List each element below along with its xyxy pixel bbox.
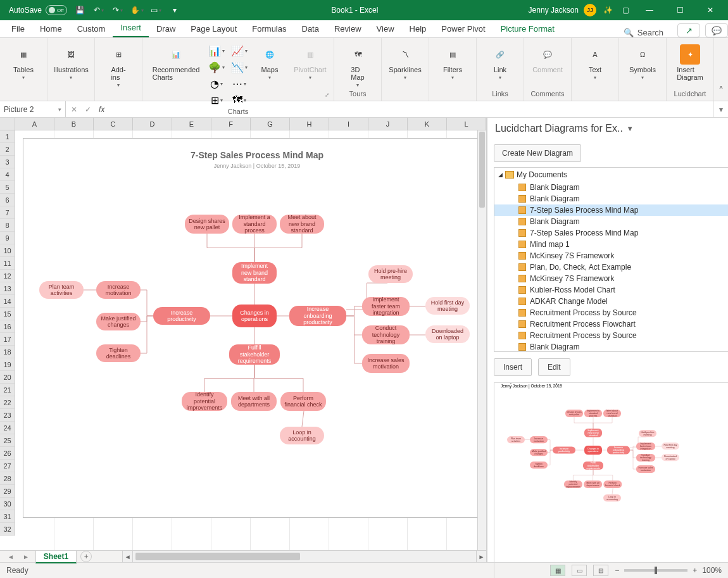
minimize-button[interactable]: —: [637, 1, 662, 19]
row-header[interactable]: 26: [0, 447, 15, 460]
tree-item[interactable]: ADKAR Change Model: [494, 296, 728, 307]
qat-customize-icon[interactable]: ▾: [168, 4, 181, 16]
comments-pane-button[interactable]: 💬: [705, 23, 728, 37]
text-button[interactable]: AText▾: [577, 42, 613, 80]
row-header[interactable]: 31: [0, 510, 15, 523]
3d-map-button[interactable]: 🗺3D Map▾: [339, 42, 376, 88]
line-chart-icon[interactable]: 📈: [231, 44, 248, 57]
expand-formula-bar[interactable]: ▾: [713, 101, 728, 117]
row-header[interactable]: 20: [0, 371, 15, 384]
row-header[interactable]: 13: [0, 282, 15, 295]
maximize-button[interactable]: ☐: [667, 1, 693, 19]
map-chart-icon[interactable]: 🗺: [231, 94, 248, 106]
row-header[interactable]: 29: [0, 485, 15, 498]
row-header[interactable]: 28: [0, 472, 15, 485]
row-header[interactable]: 5: [0, 181, 15, 194]
addins-button[interactable]: ⊞Add- ins▾: [100, 42, 137, 88]
row-header[interactable]: 9: [0, 232, 15, 244]
tab-view[interactable]: View: [369, 21, 402, 37]
tree-item[interactable]: Kubler-Ross Model Chart: [494, 284, 728, 296]
cancel-formula-icon[interactable]: ✕: [71, 105, 77, 114]
column-header[interactable]: L: [447, 118, 486, 130]
row-header[interactable]: 1: [0, 130, 15, 143]
tree-item[interactable]: Blank Diagram: [494, 341, 728, 352]
column-header[interactable]: A: [15, 118, 54, 130]
tree-item[interactable]: Blank Diagram: [494, 216, 728, 227]
row-header[interactable]: 22: [0, 396, 15, 409]
row-header[interactable]: 32: [0, 523, 15, 536]
tab-power-pivot[interactable]: Power Pivot: [434, 21, 493, 37]
tree-item[interactable]: Recruitment Process Flowchart: [494, 318, 728, 330]
symbols-button[interactable]: ΩSymbols▾: [624, 42, 661, 80]
tab-review[interactable]: Review: [327, 21, 369, 37]
filters-button[interactable]: ▤Filters▾: [434, 42, 471, 80]
row-header[interactable]: 25: [0, 434, 15, 447]
user-avatar[interactable]: JJ: [584, 4, 596, 16]
row-header[interactable]: 7: [0, 206, 15, 219]
cell-grid[interactable]: 7-Step Sales Process Mind MapJenny Jacks…: [15, 130, 477, 550]
tab-custom[interactable]: Custom: [70, 21, 113, 37]
autosave-control[interactable]: AutoSave Off: [9, 5, 67, 15]
scatter-chart-icon[interactable]: ⋯: [231, 77, 248, 90]
row-header[interactable]: 12: [0, 270, 15, 282]
row-header[interactable]: 8: [0, 219, 15, 232]
coming-soon-icon[interactable]: ✨: [601, 4, 614, 16]
undo-icon[interactable]: ↶: [92, 4, 105, 16]
tree-item[interactable]: 7-Step Sales Process Mind Map: [494, 204, 728, 216]
tab-file[interactable]: File: [4, 21, 32, 37]
qat-more-icon[interactable]: ▭: [149, 4, 162, 16]
enter-formula-icon[interactable]: ✓: [85, 105, 91, 114]
row-header[interactable]: 23: [0, 409, 15, 422]
tab-page-layout[interactable]: Page Layout: [183, 21, 244, 37]
inserted-diagram[interactable]: 7-Step Sales Process Mind MapJenny Jacks…: [23, 138, 486, 518]
panel-insert-button[interactable]: Insert: [494, 358, 532, 376]
tab-help[interactable]: Help: [402, 21, 434, 37]
column-header[interactable]: G: [251, 118, 290, 130]
tree-item[interactable]: Recruitment Process by Source: [494, 330, 728, 341]
column-header[interactable]: E: [172, 118, 211, 130]
collapse-ribbon-button[interactable]: ˄: [714, 38, 728, 101]
hierarchy-chart-icon[interactable]: 🌳: [208, 61, 225, 73]
column-header[interactable]: C: [94, 118, 133, 130]
tab-insert[interactable]: Insert: [113, 20, 149, 37]
tree-item[interactable]: 7-Step Sales Process Mind Map: [494, 227, 728, 239]
row-header[interactable]: 15: [0, 308, 15, 320]
tree-item[interactable]: McKinsey 7S Framework: [494, 250, 728, 261]
tab-picture-format[interactable]: Picture Format: [493, 21, 562, 37]
tree-item[interactable]: Plan, Do, Check, Act Example: [494, 261, 728, 273]
row-header[interactable]: 24: [0, 422, 15, 434]
link-button[interactable]: 🔗Link▾: [482, 42, 518, 80]
create-new-diagram-button[interactable]: Create New Diagram: [494, 144, 581, 162]
row-header[interactable]: 18: [0, 346, 15, 358]
row-header[interactable]: 6: [0, 194, 15, 206]
statistic-chart-icon[interactable]: 📉: [231, 61, 248, 73]
charts-dialog-launcher[interactable]: ⤢: [325, 92, 330, 98]
row-header[interactable]: 3: [0, 156, 15, 168]
close-button[interactable]: ✕: [698, 1, 723, 19]
row-header[interactable]: 30: [0, 498, 15, 510]
fx-icon[interactable]: fx: [99, 105, 104, 114]
row-header[interactable]: 27: [0, 460, 15, 472]
panel-edit-button[interactable]: Edit: [538, 358, 570, 376]
row-header[interactable]: 2: [0, 143, 15, 156]
column-header[interactable]: K: [408, 118, 447, 130]
row-header[interactable]: 21: [0, 384, 15, 396]
tab-draw[interactable]: Draw: [149, 21, 183, 37]
redo-icon[interactable]: ↷: [111, 4, 124, 16]
column-header[interactable]: F: [211, 118, 251, 130]
row-header[interactable]: 14: [0, 295, 15, 308]
save-icon[interactable]: 💾: [73, 4, 86, 16]
panel-menu-icon[interactable]: ▼: [627, 125, 634, 132]
row-header[interactable]: 10: [0, 244, 15, 257]
horizontal-scrollbar[interactable]: ◄►: [122, 551, 486, 562]
illustrations-button[interactable]: 🖼Illustrations▾: [53, 42, 89, 80]
zoom-slider[interactable]: [624, 569, 687, 572]
autosave-toggle[interactable]: Off: [46, 5, 67, 15]
column-header[interactable]: B: [54, 118, 94, 130]
touch-mode-icon[interactable]: ✋: [130, 4, 143, 16]
sheet-nav-prev[interactable]: ◄: [5, 553, 16, 560]
sheet-nav-next[interactable]: ►: [20, 553, 32, 560]
ribbon-display-icon[interactable]: ▢: [619, 4, 632, 16]
column-header[interactable]: I: [329, 118, 368, 130]
recommended-charts-button[interactable]: 📊Recommended Charts: [147, 42, 204, 81]
